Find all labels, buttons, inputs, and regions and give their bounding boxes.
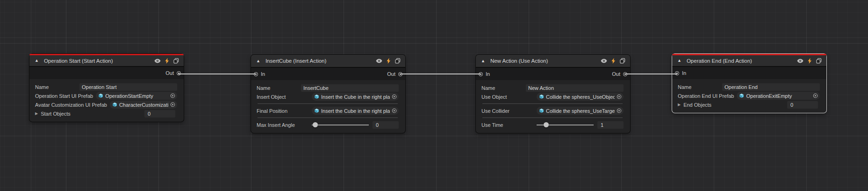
node-title: Operation End (End Action) [686,58,793,64]
lightning-icon[interactable] [808,58,812,64]
object-picker-icon[interactable] [813,93,818,98]
foldout-end-objects[interactable]: ▶ End Objects [678,102,787,108]
field-label: Name [35,84,79,90]
node-header[interactable]: ▲ New Action (Use Action) [476,55,630,68]
divider [258,103,398,104]
foldout-start-objects[interactable]: ▶ Start Objects [35,111,144,117]
collapse-icon[interactable]: ▲ [35,59,39,63]
eye-icon[interactable] [601,59,607,63]
connection-wire[interactable] [178,73,256,74]
divider [258,118,398,118]
name-input[interactable]: Operation Start [79,83,177,91]
object-picker-icon[interactable] [170,93,175,98]
field-label: Use Time [481,122,537,128]
slider-value-field[interactable]: 1 [597,121,624,129]
duplicate-icon[interactable] [173,58,179,64]
foldout-label: End Objects [683,102,711,108]
foldout-arrow-icon: ▶ [678,103,681,107]
duplicate-icon[interactable] [395,58,401,64]
object-field[interactable]: Insert the Cube in the right place_Fin [312,93,399,101]
object-field[interactable]: Collide the spheres_UseTarget [537,107,624,115]
field-label: Insert Object [257,94,312,100]
slider-track-line [312,125,369,125]
name-input[interactable]: Operation End [722,83,820,91]
object-field[interactable]: Insert the Cube in the right place_Ins [312,107,399,115]
node-header[interactable]: ▲ Operation End (End Action) [672,55,826,67]
lightning-icon[interactable] [611,58,616,64]
in-port-label: In [682,70,686,76]
prefab-cube-icon [539,108,544,113]
slider-track[interactable] [537,121,594,129]
duplicate-icon[interactable] [620,58,625,64]
in-port-label: In [261,71,265,77]
node-insertcube[interactable]: ▲ InsertCube (Insert Action) In Out Name… [251,55,405,133]
name-input[interactable]: InsertCube [301,84,399,92]
node-header[interactable]: ▲ InsertCube (Insert Action) [251,55,405,68]
object-picker-icon[interactable] [170,102,175,107]
collapse-icon[interactable]: ▲ [256,59,260,63]
object-field-value: Collide the spheres_UseObject [546,94,615,100]
object-picker-icon[interactable] [617,94,622,99]
object-picker-icon[interactable] [617,108,622,113]
slider-track[interactable] [312,121,369,129]
object-field[interactable]: Collide the spheres_UseObject [537,93,624,101]
object-field-value: Insert the Cube in the right place_Ins [321,108,390,114]
port-row: In [672,67,826,79]
field-label: Operation Start UI Prefab [35,93,96,99]
object-field-value: OperationExitEmpty [746,93,811,99]
name-input[interactable]: New Action [526,84,624,92]
field-label: Name [481,85,526,91]
node-new-action[interactable]: ▲ New Action (Use Action) In Out Name Ne… [476,55,630,133]
object-field[interactable]: CharacterCustomizationCanvasEmp [110,101,177,109]
connection-wire[interactable] [624,73,677,74]
node-operation-end[interactable]: ▲ Operation End (End Action) In Name Ope… [672,54,826,113]
field-label: Final Position [257,108,312,114]
collapse-icon[interactable]: ▲ [677,59,681,63]
duplicate-icon[interactable] [816,58,822,64]
node-title: New Action (Use Action) [489,58,596,64]
eye-icon[interactable] [154,59,161,63]
object-picker-icon[interactable] [392,94,397,99]
object-field-value: CharacterCustomizationCanvasEmp [119,102,168,108]
prefab-cube-icon [539,94,544,99]
node-body: Name New Action Use Object Collide the s… [476,80,630,133]
out-port-label: Out [387,71,395,77]
node-body: Name Operation Start Operation Start UI … [29,79,184,122]
object-field-value: Insert the Cube in the right place_Fin [321,94,390,100]
field-label: Avatar Customization UI Prefab [35,102,110,108]
object-field[interactable]: OperationExitEmpty [737,92,820,100]
object-picker-icon[interactable] [392,108,397,113]
out-port[interactable] [177,71,181,75]
prefab-cube-icon [739,93,744,98]
slider-handle[interactable] [313,122,318,127]
array-size-field[interactable]: 0 [144,110,175,118]
array-size-field[interactable]: 0 [787,101,818,109]
field-label: Name [678,84,722,90]
divider [482,118,623,118]
prefab-cube-icon [112,102,117,107]
connection-wire[interactable] [400,73,481,74]
eye-icon[interactable] [797,59,803,63]
node-header[interactable]: ▲ Operation Start (Start Action) [29,55,184,67]
prefab-cube-icon [98,93,103,98]
foldout-label: Start Objects [41,111,71,117]
collapse-icon[interactable]: ▲ [481,59,485,63]
lightning-icon[interactable] [165,58,169,64]
port-row: In Out [476,68,630,80]
node-operation-start[interactable]: ▲ Operation Start (Start Action) Out Nam… [29,54,184,122]
object-field[interactable]: OperationStartEmpty [96,92,177,100]
field-label: Max Insert Angle [257,122,312,128]
slider-value-field[interactable]: 0 [373,121,399,129]
slider-handle[interactable] [544,122,549,127]
port-row: Out [29,67,184,79]
out-port-label: Out [165,70,174,76]
foldout-arrow-icon: ▶ [35,112,38,116]
eye-icon[interactable] [376,59,382,63]
port-row: In Out [251,68,405,80]
prefab-cube-icon [314,108,319,113]
lightning-icon[interactable] [387,58,391,64]
in-port-label: In [486,71,490,77]
field-label: Use Collider [481,108,537,114]
in-port[interactable] [675,71,679,75]
graph-canvas[interactable]: ▲ Operation Start (Start Action) Out Nam… [0,0,868,191]
